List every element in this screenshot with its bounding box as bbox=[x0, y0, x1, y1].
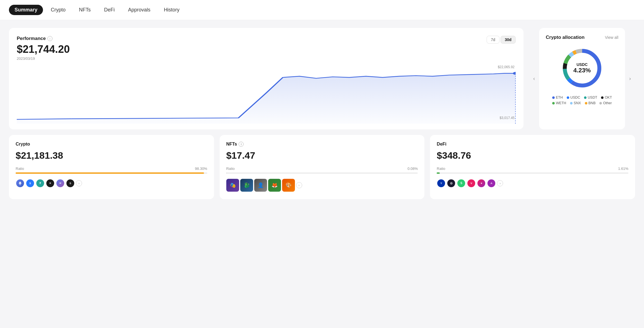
defi-title-text: DeFi bbox=[437, 142, 446, 147]
legend-bnb: BNB bbox=[585, 101, 596, 105]
defi-card-title: DeFi bbox=[437, 142, 628, 147]
legend-eth: ETH bbox=[552, 96, 563, 99]
legend-dot-usdc bbox=[567, 96, 569, 99]
crypto-ratio-row: Ratio 98.30% bbox=[16, 167, 207, 171]
crypto-card: Crypto $21,181.38 Ratio 98.30% $ bbox=[9, 135, 214, 199]
token-more-chevron[interactable]: › bbox=[76, 180, 82, 186]
donut-pct: 4.23% bbox=[573, 67, 591, 74]
token-snx: S bbox=[66, 179, 75, 188]
crypto-value: $21,181.38 bbox=[16, 150, 207, 161]
donut-center: USDC 4.23% bbox=[573, 62, 591, 74]
donut-chart: USDC 4.23% bbox=[560, 46, 604, 91]
donut-label: USDC bbox=[573, 62, 591, 67]
allocation-header: Crypto allocation View all bbox=[546, 35, 618, 40]
nfts-more-chevron[interactable]: › bbox=[296, 182, 302, 188]
nfts-title-text: NFTs bbox=[226, 142, 237, 147]
legend-label-usdc: USDC bbox=[570, 96, 580, 99]
legend-dot-eth bbox=[552, 96, 555, 99]
legend-dot-bnb bbox=[585, 102, 587, 104]
nav-summary[interactable]: Summary bbox=[9, 5, 43, 15]
chart-svg bbox=[17, 65, 516, 124]
performance-info-icon[interactable]: i bbox=[47, 36, 52, 41]
defi-token-3: S bbox=[457, 179, 466, 188]
time-buttons: 7d 30d bbox=[487, 36, 516, 44]
performance-chart: $22,065.92 bbox=[17, 65, 516, 124]
legend-label-okt: OKT bbox=[605, 96, 612, 99]
legend-label-snx: SNX bbox=[574, 101, 581, 105]
nft-thumb-3: 👤 bbox=[254, 179, 267, 192]
nfts-info-icon[interactable]: i bbox=[239, 142, 244, 147]
chart-min-label: $3,017.45 bbox=[500, 116, 515, 120]
token-usdc: $ bbox=[26, 179, 35, 188]
nav-nfts[interactable]: NFTs bbox=[73, 5, 96, 15]
defi-more-chevron[interactable]: › bbox=[497, 180, 503, 186]
crypto-progress-fill bbox=[16, 172, 204, 174]
svg-marker-11 bbox=[19, 181, 21, 184]
nft-thumb-1: 🎭 bbox=[226, 179, 239, 192]
bottom-row: Crypto $21,181.38 Ratio 98.30% $ bbox=[9, 135, 635, 199]
crypto-card-title: Crypto bbox=[16, 142, 207, 147]
nav-crypto[interactable]: Crypto bbox=[45, 5, 71, 15]
legend-dot-snx bbox=[570, 102, 573, 104]
legend-dot-other bbox=[599, 102, 602, 104]
top-row: Performance i $21,744.20 2023/03/19 7d 3… bbox=[9, 28, 635, 129]
token-eth bbox=[16, 179, 25, 188]
token-usdt: ₮ bbox=[36, 179, 45, 188]
allocation-prev-arrow[interactable]: ‹ bbox=[529, 28, 539, 129]
defi-ratio-pct: 1.61% bbox=[618, 167, 628, 171]
view-all-button[interactable]: View all bbox=[605, 35, 618, 40]
nfts-card-title: NFTs i bbox=[226, 142, 418, 147]
nft-thumb-5: 🎨 bbox=[282, 179, 295, 192]
allocation-legend: ETH USDC USDT OKT bbox=[546, 96, 618, 105]
nfts-ratio-row: Ratio 0.08% bbox=[226, 167, 418, 171]
allocation-title: Crypto allocation bbox=[546, 35, 585, 40]
defi-card: DeFi $348.76 Ratio 1.61% Y ◎ S bbox=[430, 135, 635, 199]
legend-usdc: USDC bbox=[567, 96, 580, 99]
allocation-next-arrow[interactable]: › bbox=[625, 28, 635, 129]
token-weth: W bbox=[56, 179, 65, 188]
time-btn-30d[interactable]: 30d bbox=[501, 36, 516, 44]
defi-ratio-row: Ratio 1.61% bbox=[437, 167, 628, 171]
legend-snx: SNX bbox=[570, 101, 581, 105]
main-content: Performance i $21,744.20 2023/03/19 7d 3… bbox=[0, 20, 644, 207]
nfts-ratio-label: Ratio bbox=[226, 167, 235, 171]
legend-dot-okt bbox=[601, 96, 604, 99]
defi-value: $348.76 bbox=[437, 150, 628, 161]
defi-token-2: ◎ bbox=[447, 179, 456, 188]
nfts-progress-fill bbox=[226, 172, 227, 174]
nft-thumb-4: 🦊 bbox=[268, 179, 281, 192]
nav-defi[interactable]: DeFi bbox=[98, 5, 120, 15]
legend-dot-weth bbox=[552, 102, 555, 104]
legend-label-other: Other bbox=[603, 101, 612, 105]
crypto-token-icons: $ ₮ ✕ W S › bbox=[16, 179, 207, 188]
crypto-ratio-label: Ratio bbox=[16, 167, 24, 171]
legend-dot-usdt bbox=[584, 96, 587, 99]
allocation-card: Crypto allocation View all bbox=[539, 28, 625, 129]
performance-header: Performance i bbox=[17, 36, 516, 41]
nfts-ratio-pct: 0.08% bbox=[407, 167, 418, 171]
defi-token-icons: Y ◎ S V ♥ A › bbox=[437, 179, 628, 188]
allocation-wrapper: ‹ Crypto allocation View all bbox=[529, 28, 635, 129]
nft-thumbnails: 🎭 🐉 👤 🦊 🎨 › bbox=[226, 179, 418, 192]
nav-history[interactable]: History bbox=[158, 5, 185, 15]
legend-label-weth: WETH bbox=[556, 101, 566, 105]
nfts-value: $17.47 bbox=[226, 150, 418, 161]
nfts-progress-bg bbox=[226, 172, 418, 174]
legend-weth: WETH bbox=[552, 101, 566, 105]
defi-progress-bg bbox=[437, 172, 628, 174]
legend-label-eth: ETH bbox=[556, 96, 563, 99]
crypto-title-text: Crypto bbox=[16, 142, 30, 147]
chart-max-label: $22,065.92 bbox=[498, 65, 515, 69]
crypto-progress-bg bbox=[16, 172, 207, 174]
defi-token-5: ♥ bbox=[477, 179, 486, 188]
performance-title: Performance bbox=[17, 36, 46, 41]
defi-token-6: A bbox=[487, 179, 496, 188]
defi-token-4: V bbox=[467, 179, 476, 188]
nav-approvals[interactable]: Approvals bbox=[122, 5, 156, 15]
time-btn-7d[interactable]: 7d bbox=[487, 36, 499, 44]
legend-other: Other bbox=[599, 101, 612, 105]
legend-usdt: USDT bbox=[584, 96, 597, 99]
defi-ratio-label: Ratio bbox=[437, 167, 445, 171]
performance-card: Performance i $21,744.20 2023/03/19 7d 3… bbox=[9, 28, 523, 129]
legend-label-bnb: BNB bbox=[588, 101, 596, 105]
